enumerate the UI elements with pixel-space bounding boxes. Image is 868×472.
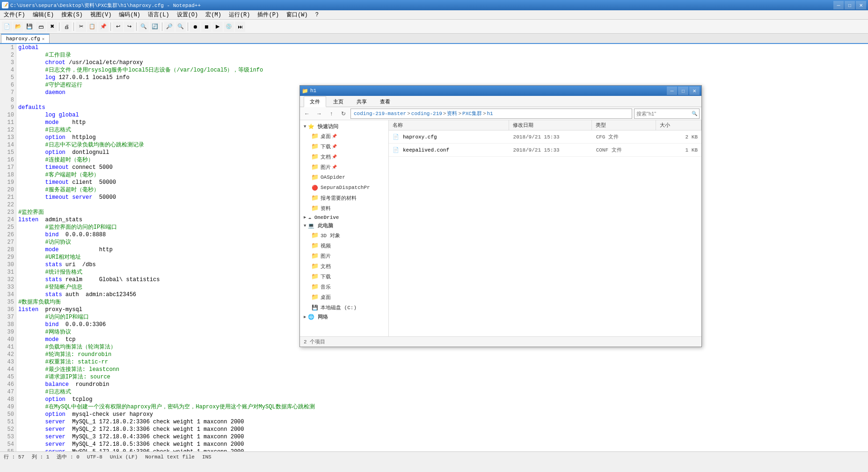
up-button[interactable]: ↑ [326,109,336,119]
copy-button[interactable]: 📋 [87,22,97,32]
search-input[interactable] [636,111,690,116]
macro-stop-button[interactable]: ⏹ [201,22,212,32]
breadcrumb-ziliao[interactable]: 资料 [447,110,457,117]
menu-settings[interactable]: 设置(O) [173,10,202,20]
breadcrumb-h1[interactable]: h1 [487,111,493,116]
line-number: 18 [0,171,14,179]
refresh-button[interactable]: ↻ [338,109,349,119]
nav-item-local-disk[interactable]: 💾本地磁盘 (C:) [300,302,388,312]
close-button-tb[interactable]: ✖ [47,22,57,32]
menu-language[interactable]: 语言(L) [144,10,173,20]
save-button[interactable]: 💾 [24,22,35,32]
network-icon: 🌐 [308,314,314,320]
file-row-keepalived[interactable]: 📄 keepalived.conf 2018/9/21 15:33 CONF 文… [389,144,701,157]
find-button[interactable]: 🔍 [139,22,149,32]
file-date-keepalived: 2018/9/21 15:33 [510,147,592,153]
explorer-minimize-button[interactable]: ─ [667,87,677,95]
nav-item-desktop-2[interactable]: 📁桌面 [300,292,388,302]
back-button[interactable]: ← [302,109,312,119]
macro-record-button[interactable]: ⏺ [190,22,200,32]
nav-item-pics-1[interactable]: 📁图片 📌 [300,162,388,172]
nav-item-ziliao[interactable]: 📁资料 [300,203,388,213]
nav-this-pc[interactable]: ▼ 💻 此电脑 [300,221,388,230]
macro-play-button[interactable]: ▶ [212,22,223,32]
folder-icon-desktop2: 📁 [311,293,319,301]
nav-item-music[interactable]: 📁音乐 [300,282,388,292]
tab-label: haproxy.cfg [6,36,40,42]
menu-macro[interactable]: 宏(M) [202,10,225,20]
line-number: 49 [0,403,14,411]
paste-button[interactable]: 📌 [98,22,109,32]
nav-item-images[interactable]: 📁图片 [300,251,388,261]
menu-help[interactable]: ? [312,11,322,19]
minimize-button[interactable]: ─ [833,1,844,9]
open-button[interactable]: 📂 [13,22,23,32]
nav-item-exam[interactable]: 📁报考需要的材料 [300,193,388,203]
explorer-tab-home[interactable]: 主页 [327,96,350,107]
explorer-close-button[interactable]: ✕ [689,87,700,95]
menu-encoding[interactable]: 编码(N) [115,10,144,20]
zoom-out-button[interactable]: 🔍 [175,22,186,32]
replace-button[interactable]: 🔄 [150,22,160,32]
maximize-button[interactable]: □ [845,1,855,9]
breadcrumb-pxcjiqun[interactable]: PXC集群 [462,110,482,117]
nav-network[interactable]: ▶ 🌐 网络 [300,312,388,321]
menu-edit[interactable]: 编辑(E) [29,10,58,20]
line-number: 36 [0,306,14,313]
nav-item-3d[interactable]: 📁3D 对象 [300,230,388,240]
cut-button[interactable]: ✂ [76,22,86,32]
nav-onedrive[interactable]: ▶ ☁ OneDrive [300,213,388,221]
breadcrumb-coding219[interactable]: coding-219 [411,111,442,116]
menu-run[interactable]: 运行(R) [225,10,254,20]
zoom-in-button[interactable]: 🔎 [164,22,175,32]
print-button[interactable]: 🖨 [61,22,72,32]
close-button[interactable]: ✕ [856,1,866,9]
nav-quick-access[interactable]: ▼ ⭐ 快速访问 [300,122,388,131]
nav-item-docs-1[interactable]: 📁文档 📌 [300,152,388,162]
file-size-keepalived: 1 KB [656,147,701,153]
line-number: 22 [0,201,14,209]
breadcrumb-coding219master[interactable]: coding-219-master [354,111,406,116]
explorer-tab-file[interactable]: 文件 [304,96,326,107]
col-header-name[interactable]: 名称 [389,120,509,130]
folder-icon-oaspider: 📁 [311,174,319,181]
redo-button[interactable]: ↪ [124,22,134,32]
code-line: #日志格式 [18,388,868,396]
address-path[interactable]: coding-219-master > coding-219 > 资料 > PX… [350,109,632,119]
col-header-type[interactable]: 类型 [592,120,656,130]
save-all-button[interactable]: 🗃 [36,22,46,32]
forward-button[interactable]: → [314,109,324,119]
line-number: 17 [0,164,14,171]
explorer-tab-view[interactable]: 查看 [374,96,396,107]
nav-item-desktop-1[interactable]: 📁桌面 📌 [300,131,388,141]
undo-button[interactable]: ↩ [113,22,123,32]
line-number: 5 [0,74,14,81]
new-button[interactable]: 📄 [2,22,12,32]
nav-item-video[interactable]: 📁视频 [300,240,388,251]
nav-item-documents[interactable]: 📁文档 [300,261,388,271]
col-header-size[interactable]: 大小 [656,120,701,130]
code-line: log 127.0.0.1 local5 info [18,74,868,81]
macro-run-button[interactable]: ⏭ [235,22,245,32]
menu-plugins[interactable]: 插件(P) [254,10,283,20]
search-box[interactable]: 🔍 [634,109,700,119]
menu-file[interactable]: 文件(F) [0,10,29,20]
explorer-maximize-button[interactable]: □ [678,87,688,95]
code-line: server MySQL_3 172.18.0.4:3306 check wei… [18,433,868,441]
explorer-tab-share[interactable]: 共享 [350,96,373,107]
menu-view[interactable]: 视图(V) [87,10,116,20]
nav-item-downloads[interactable]: 📁下载 [300,271,388,282]
nav-item-oaspider[interactable]: 📁OASpider [300,172,388,182]
menu-search[interactable]: 搜索(S) [58,10,87,20]
macro-save-button[interactable]: 💿 [224,22,234,32]
line-number: 23 [0,209,14,216]
line-number: 27 [0,239,14,246]
menu-window[interactable]: 窗口(W) [283,10,312,20]
file-row-haproxy[interactable]: 📄 haproxy.cfg 2018/9/21 15:33 CFG 文件 2 K… [389,131,701,144]
folder-icon-desktop: 📁 [311,132,319,140]
tab-close-icon[interactable]: ✕ [42,36,44,42]
col-header-date[interactable]: 修改日期 [509,120,592,130]
nav-item-download-1[interactable]: 📁下载 📌 [300,141,388,152]
tab-haproxy-cfg[interactable]: haproxy.cfg ✕ [1,34,50,43]
nav-item-sepura[interactable]: 🔴SepuraDispatchPr [300,182,388,193]
